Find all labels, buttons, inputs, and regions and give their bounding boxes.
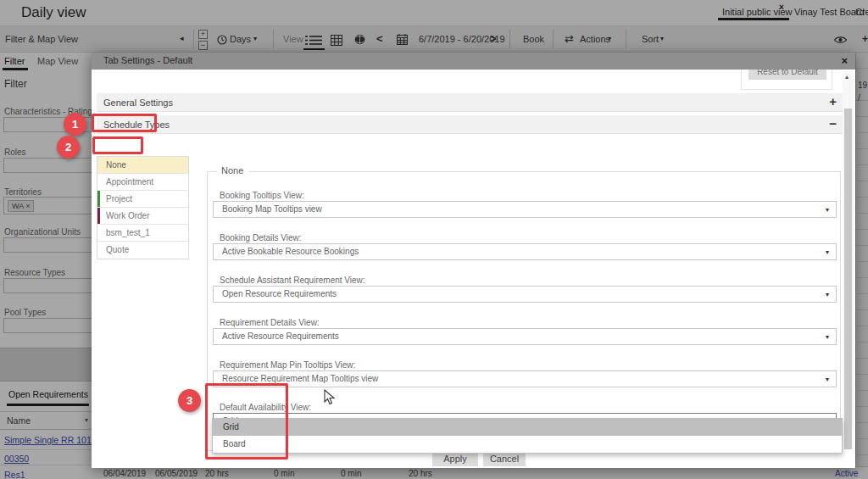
none-settings-panel: None Booking Tooltips View: Booking Map … <box>207 171 841 451</box>
panel-legend: None <box>216 165 248 175</box>
booking-details-view-label: Booking Details View: <box>220 233 302 242</box>
annotation-step-1-badge: 1 <box>64 113 86 136</box>
chevron-down-icon[interactable]: ▾ <box>826 333 829 342</box>
apply-button[interactable]: Apply <box>432 452 478 466</box>
work-order-color-stripe <box>97 208 100 225</box>
availability-view-dropdown-list: Grid Board <box>212 418 843 454</box>
chevron-down-icon[interactable]: ▾ <box>826 206 829 214</box>
annotation-box-none <box>92 136 143 154</box>
chevron-down-icon[interactable]: ▾ <box>826 248 829 257</box>
schedule-type-list: None Appointment Project Work Order bsm_… <box>97 156 189 259</box>
select-value: Active Bookable Resource Bookings <box>222 247 359 256</box>
mouse-cursor <box>324 389 336 406</box>
scroll-up-icon[interactable]: ▴ <box>845 73 849 81</box>
booking-tooltips-view-select[interactable]: Booking Map Tooltips view▾ <box>213 201 837 218</box>
select-value: Booking Map Tooltips view <box>222 204 322 214</box>
requirement-details-view-label: Requirement Details View: <box>220 318 320 327</box>
select-value: Open Resource Requirements <box>222 289 337 298</box>
schedule-type-label: Project <box>106 194 132 203</box>
schedule-type-project[interactable]: Project <box>97 191 188 208</box>
annotation-step-2-badge: 2 <box>57 136 80 159</box>
dropdown-option-grid[interactable]: Grid <box>213 419 842 436</box>
modal-scrollbar-thumb[interactable] <box>844 109 852 449</box>
app-screen: Daily view Initial public view × Vinay T… <box>0 0 868 479</box>
select-value: Resource Requirement Map Tooltips view <box>222 374 378 383</box>
requirement-map-pin-tooltips-view-select[interactable]: Resource Requirement Map Tooltips view▾ <box>213 370 837 387</box>
cancel-button[interactable]: Cancel <box>483 452 526 466</box>
expand-section-icon[interactable]: + <box>829 94 837 109</box>
reset-to-default-button[interactable]: Reset to Default <box>748 70 826 80</box>
schedule-type-work-order[interactable]: Work Order <box>97 208 188 225</box>
schedule-type-bsm-test-1[interactable]: bsm_test_1 <box>97 225 188 242</box>
section-label: General Settings <box>103 97 173 108</box>
schedule-assistant-requirement-view-select[interactable]: Open Resource Requirements▾ <box>213 286 837 303</box>
dropdown-option-board[interactable]: Board <box>213 436 842 453</box>
schedule-type-none[interactable]: None <box>97 157 188 174</box>
modal-close-icon[interactable]: × <box>841 54 848 67</box>
schedule-type-quote[interactable]: Quote <box>97 242 188 259</box>
section-schedule-types[interactable]: Schedule Types − <box>97 115 843 134</box>
chevron-down-icon[interactable]: ▾ <box>826 376 829 384</box>
collapse-section-icon[interactable]: − <box>829 116 837 131</box>
schedule-type-label: Work Order <box>106 211 150 220</box>
requirement-map-pin-tooltips-view-label: Requirement Map Pin Tooltips View: <box>220 360 355 370</box>
chevron-down-icon[interactable]: ▾ <box>826 291 829 299</box>
annotation-step-3-badge: 3 <box>178 389 201 412</box>
booking-details-view-select[interactable]: Active Bookable Resource Bookings▾ <box>213 243 837 260</box>
requirement-details-view-select[interactable]: Active Resource Requirements▾ <box>213 328 837 345</box>
schedule-assistant-requirement-view-label: Schedule Assistant Requirement View: <box>220 276 365 285</box>
modal-scrollbar[interactable]: ▴ <box>843 71 854 449</box>
modal-title: Tab Settings - Default <box>103 55 192 65</box>
project-color-stripe <box>97 191 100 208</box>
select-value: Active Resource Requirements <box>222 331 339 341</box>
booking-tooltips-view-label: Booking Tooltips View: <box>220 191 304 200</box>
annotation-box-default-availability <box>205 383 288 460</box>
schedule-type-appointment[interactable]: Appointment <box>97 174 188 191</box>
section-general-settings[interactable]: General Settings + <box>97 93 843 112</box>
reset-panel: Reset to Default <box>741 70 832 90</box>
annotation-box-schedule-types <box>92 114 157 132</box>
modal-header: Tab Settings - Default × <box>92 53 855 70</box>
